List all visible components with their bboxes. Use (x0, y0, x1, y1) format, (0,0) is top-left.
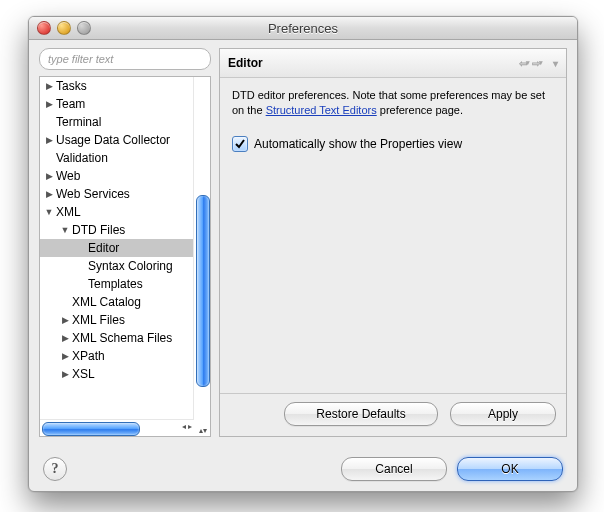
horizontal-scroll-thumb[interactable] (42, 422, 140, 436)
chevron-down-icon[interactable]: ▼ (60, 221, 70, 239)
menu-chevron-icon[interactable]: ▾ (553, 58, 558, 69)
horizontal-scrollbar[interactable]: ◂ ▸ (40, 419, 194, 436)
tree-item-label: Syntax Coloring (88, 257, 173, 275)
chevron-right-icon[interactable]: ▶ (44, 131, 54, 149)
restore-defaults-button[interactable]: Restore Defaults (284, 402, 438, 426)
vertical-scroll-thumb[interactable] (196, 195, 210, 387)
page-title: Editor (228, 56, 263, 70)
help-icon[interactable]: ? (43, 457, 67, 481)
close-icon[interactable] (37, 21, 51, 35)
cancel-button[interactable]: Cancel (341, 457, 447, 481)
tree-item[interactable]: ▶Web Services (40, 185, 194, 203)
chevron-right-icon[interactable]: ▶ (60, 311, 70, 329)
tree-item[interactable]: ▶Team (40, 95, 194, 113)
tree-item-label: Templates (88, 275, 143, 293)
tree-item-label: XML Files (72, 311, 125, 329)
auto-show-properties-checkbox[interactable] (232, 136, 248, 152)
tree-item-label: XPath (72, 347, 105, 365)
ok-button[interactable]: OK (457, 457, 563, 481)
preference-tree[interactable]: ▶Tasks▶TeamTerminal▶Usage Data Collector… (40, 77, 194, 420)
tree-item[interactable]: Syntax Coloring (40, 257, 194, 275)
tree-item-label: Tasks (56, 77, 87, 95)
tree-item-label: Web Services (56, 185, 130, 203)
tree-item-label: XML Schema Files (72, 329, 172, 347)
tree-item-label: Editor (88, 239, 119, 257)
content-pane: Editor ⇦▾ ⇨▾ ▾ DTD editor preferences. N… (219, 48, 567, 437)
tree-item-label: Team (56, 95, 85, 113)
vertical-scrollbar[interactable] (193, 77, 210, 420)
tree-item[interactable]: Templates (40, 275, 194, 293)
chevron-down-icon[interactable]: ▼ (44, 203, 54, 221)
tree-item[interactable]: Validation (40, 149, 194, 167)
chevron-right-icon[interactable]: ▶ (44, 95, 54, 113)
tree-item[interactable]: Terminal (40, 113, 194, 131)
tree-item[interactable]: ▶XML Files (40, 311, 194, 329)
tree-item[interactable]: ▼DTD Files (40, 221, 194, 239)
titlebar[interactable]: Preferences (29, 17, 577, 40)
tree-item[interactable]: XML Catalog (40, 293, 194, 311)
tree-item-label: DTD Files (72, 221, 125, 239)
tree-item-label: Web (56, 167, 80, 185)
filter-input[interactable]: type filter text (39, 48, 211, 70)
tree-item-label: XML (56, 203, 81, 221)
tree-item[interactable]: ▶Web (40, 167, 194, 185)
tree-item-label: XML Catalog (72, 293, 141, 311)
tree-item[interactable]: Editor (40, 239, 194, 257)
minimize-icon[interactable] (57, 21, 71, 35)
auto-show-properties-label: Automatically show the Properties view (254, 137, 462, 151)
tree-item[interactable]: ▶XSL (40, 365, 194, 383)
tree-pane: type filter text ▶Tasks▶TeamTerminal▶Usa… (39, 48, 211, 437)
tree-item-label: Terminal (56, 113, 101, 131)
tree-item-label: Validation (56, 149, 108, 167)
chevron-right-icon[interactable]: ▶ (44, 77, 54, 95)
window-title: Preferences (29, 21, 577, 36)
chevron-right-icon[interactable]: ▶ (60, 329, 70, 347)
tree-item-label: XSL (72, 365, 95, 383)
tree-item[interactable]: ▶Tasks (40, 77, 194, 95)
structured-text-editors-link[interactable]: Structured Text Editors (266, 104, 377, 116)
chevron-right-icon[interactable]: ▶ (44, 185, 54, 203)
tree-item[interactable]: ▶XPath (40, 347, 194, 365)
forward-icon[interactable]: ⇨▾ (532, 58, 543, 69)
tree-item[interactable]: ▶XML Schema Files (40, 329, 194, 347)
tree-item-label: Usage Data Collector (56, 131, 170, 149)
page-description: DTD editor preferences. Note that some p… (232, 88, 554, 118)
chevron-right-icon[interactable]: ▶ (60, 365, 70, 383)
chevron-right-icon[interactable]: ▶ (60, 347, 70, 365)
chevron-right-icon[interactable]: ▶ (44, 167, 54, 185)
back-icon[interactable]: ⇦▾ (519, 58, 530, 69)
tree-item[interactable]: ▶Usage Data Collector (40, 131, 194, 149)
apply-button[interactable]: Apply (450, 402, 556, 426)
tree-item[interactable]: ▼XML (40, 203, 194, 221)
preferences-window: Preferences type filter text ▶Tasks▶Team… (28, 16, 578, 492)
zoom-icon[interactable] (77, 21, 91, 35)
